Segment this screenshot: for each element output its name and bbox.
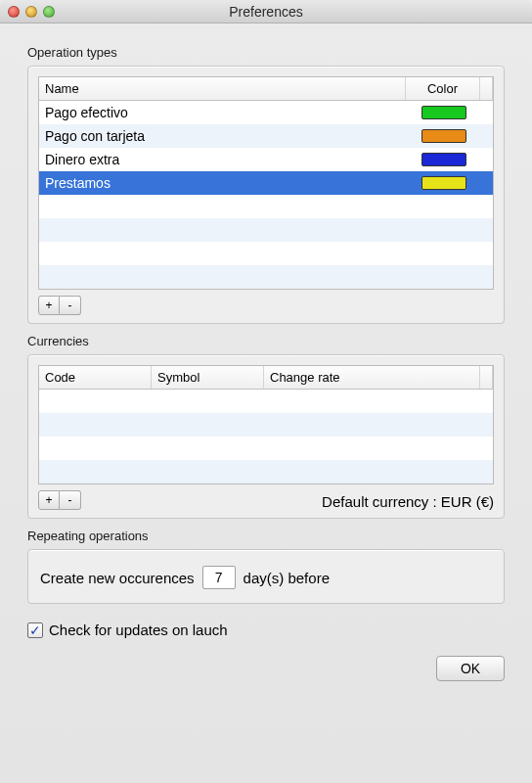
operation-type-name <box>39 228 407 232</box>
operation-type-name: Prestamos <box>39 173 407 193</box>
currencies-table: Code Symbol Change rate <box>38 365 494 484</box>
table-row[interactable] <box>39 195 493 218</box>
operation-types-label: Operation types <box>27 45 505 60</box>
table-row[interactable]: Dinero extra <box>39 148 493 171</box>
window-title: Preferences <box>0 4 532 20</box>
ok-button[interactable]: OK <box>436 656 505 681</box>
operation-type-color-cell <box>407 151 481 168</box>
add-currency-button[interactable]: + <box>38 490 60 510</box>
column-header-scroll <box>480 366 493 389</box>
column-header-symbol[interactable]: Symbol <box>152 366 264 389</box>
operation-types-group: Name Color Pago efectivoPago con tarjeta… <box>27 66 505 324</box>
currencies-label: Currencies <box>27 334 505 348</box>
table-row[interactable] <box>39 390 493 413</box>
color-swatch[interactable] <box>421 106 466 119</box>
operation-type-name <box>39 205 407 208</box>
operation-type-name: Dinero extra <box>39 150 407 169</box>
operation-type-name <box>39 252 407 255</box>
operation-type-color-cell <box>407 275 481 279</box>
operation-type-color-cell <box>407 205 481 208</box>
currencies-group: Code Symbol Change rate + - Default curr… <box>27 354 505 519</box>
color-swatch[interactable] <box>421 129 466 143</box>
column-header-color[interactable]: Color <box>406 77 480 100</box>
remove-operation-type-button[interactable]: - <box>60 296 81 315</box>
operation-type-color-cell <box>407 228 481 232</box>
operation-types-table: Name Color Pago efectivoPago con tarjeta… <box>38 76 494 290</box>
operation-type-name: Pago efectivo <box>39 103 407 122</box>
operation-type-color-cell <box>407 174 481 192</box>
column-header-code[interactable]: Code <box>39 366 152 389</box>
table-row[interactable]: Pago con tarjeta <box>39 124 493 148</box>
operation-type-name <box>39 275 407 279</box>
repeating-suffix-text: day(s) before <box>244 570 330 586</box>
color-swatch[interactable] <box>421 176 466 190</box>
table-row[interactable] <box>39 437 493 460</box>
color-swatch[interactable] <box>421 153 466 166</box>
operation-type-name: Pago con tarjeta <box>39 126 407 146</box>
check-updates-checkbox[interactable]: ✓ <box>27 622 43 638</box>
table-row[interactable]: Prestamos <box>39 171 493 195</box>
check-updates-row[interactable]: ✓ Check for updates on lauch <box>27 622 505 638</box>
titlebar: Preferences <box>0 0 532 23</box>
operation-type-color-cell <box>407 104 481 121</box>
column-header-scroll <box>480 77 493 100</box>
repeating-operations-group: Create new occurences day(s) before <box>27 549 505 604</box>
column-header-rate[interactable]: Change rate <box>264 366 480 389</box>
operation-type-color-cell <box>407 127 481 145</box>
table-row[interactable]: Pago efectivo <box>39 101 493 124</box>
remove-currency-button[interactable]: - <box>60 490 81 510</box>
repeating-prefix-text: Create new occurences <box>40 570 195 586</box>
check-updates-label: Check for updates on lauch <box>49 622 228 638</box>
add-operation-type-button[interactable]: + <box>38 296 60 315</box>
table-row[interactable] <box>39 413 493 437</box>
table-row[interactable] <box>39 460 493 484</box>
repeating-operations-label: Repeating operations <box>27 529 505 543</box>
operation-type-color-cell <box>407 252 481 255</box>
table-row[interactable] <box>39 265 493 289</box>
column-header-name[interactable]: Name <box>39 77 406 100</box>
table-row[interactable] <box>39 218 493 242</box>
table-row[interactable] <box>39 242 493 265</box>
default-currency-label: Default currency : EUR (€) <box>322 493 494 510</box>
days-before-input[interactable] <box>202 566 236 589</box>
